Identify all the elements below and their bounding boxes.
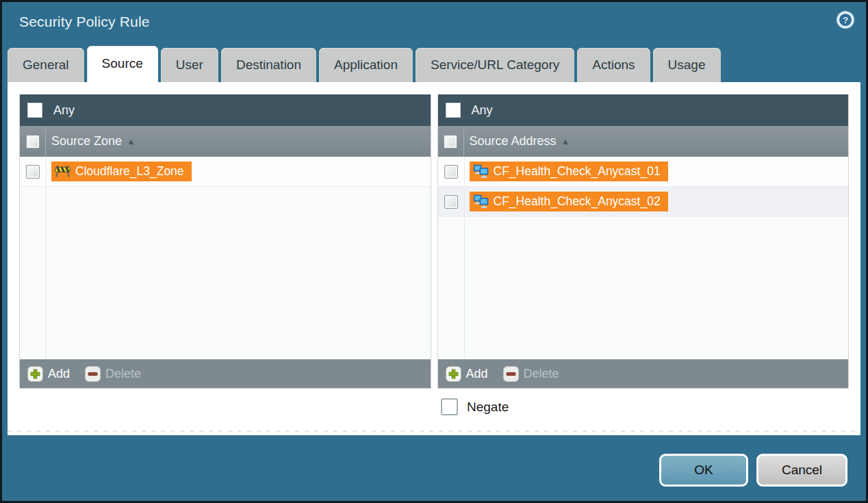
address-icon	[473, 164, 489, 179]
address-item-checkbox[interactable]	[444, 195, 458, 209]
panels-container: Any Source Zone ▲	[19, 94, 849, 389]
svg-text:?: ?	[843, 15, 848, 25]
negate-label: Negate	[467, 400, 509, 415]
address-add-label: Add	[466, 367, 488, 381]
tab-usage[interactable]: Usage	[653, 48, 721, 82]
address-column-header[interactable]: Source Address ▲	[438, 126, 849, 157]
address-item-checkbox-cell	[438, 187, 464, 216]
tab-general[interactable]: General	[8, 48, 84, 82]
zone-column-header[interactable]: Source Zone ▲	[20, 126, 431, 157]
address-select-all-cell	[438, 126, 464, 157]
address-item-checkbox[interactable]	[444, 165, 458, 179]
zone-icon	[55, 165, 71, 178]
zone-item-checkbox[interactable]	[26, 165, 40, 179]
address-list-item[interactable]: CF_Health_Check_Anycast_01	[438, 157, 849, 187]
zone-list-item[interactable]: Cloudflare_L3_Zone	[20, 157, 431, 187]
address-list-item[interactable]: CF_Health_Check_Anycast_02	[438, 187, 849, 217]
address-object-chip[interactable]: CF_Health_Check_Anycast_02	[470, 192, 668, 211]
address-column-title: Source Address	[470, 134, 557, 149]
address-any-label: Any	[472, 103, 493, 118]
zone-panel-footer: Add Delete	[20, 359, 431, 388]
title-bar: Security Policy Rule ?	[2, 2, 866, 46]
zone-object-chip[interactable]: Cloudflare_L3_Zone	[51, 162, 192, 181]
address-item-checkbox-cell	[438, 157, 464, 186]
zone-any-label: Any	[53, 103, 75, 118]
dialog-title: Security Policy Rule	[19, 14, 150, 30]
address-object-label: CF_Health_Check_Anycast_01	[494, 164, 661, 179]
negate-checkbox[interactable]	[441, 398, 458, 415]
cancel-button[interactable]: Cancel	[756, 454, 847, 487]
zone-any-row: Any	[20, 94, 431, 126]
address-delete-button[interactable]: Delete	[503, 366, 559, 382]
security-policy-rule-dialog: Security Policy Rule ? General Source Us…	[0, 0, 868, 503]
zone-add-label: Add	[48, 367, 70, 381]
address-object-label: CF_Health_Check_Anycast_02	[494, 194, 661, 209]
help-icon[interactable]: ?	[836, 10, 855, 29]
source-tab-content: Any Source Zone ▲	[8, 82, 860, 435]
add-icon	[446, 366, 461, 382]
zone-delete-label: Delete	[105, 367, 141, 381]
zone-item-checkbox-cell	[20, 157, 46, 186]
sort-asc-icon[interactable]: ▲	[561, 136, 570, 146]
zone-object-label: Cloudflare_L3_Zone	[75, 164, 184, 179]
tab-destination[interactable]: Destination	[221, 48, 316, 82]
zone-column-title: Source Zone	[51, 134, 122, 149]
ok-button[interactable]: OK	[659, 454, 748, 487]
tab-service-url-category[interactable]: Service/URL Category	[416, 48, 574, 82]
address-delete-label: Delete	[524, 367, 559, 381]
address-add-button[interactable]: Add	[446, 366, 488, 382]
address-select-all-checkbox[interactable]	[444, 135, 457, 149]
address-any-row: Any	[438, 94, 849, 126]
source-address-panel: Any Source Address ▲	[437, 94, 850, 389]
address-list: CF_Health_Check_Anycast_01	[438, 157, 849, 359]
delete-icon	[85, 366, 101, 382]
tab-source[interactable]: Source	[87, 46, 158, 82]
negate-row: Negate	[441, 398, 509, 415]
add-icon	[27, 366, 43, 382]
tab-bar: General Source User Destination Applicat…	[8, 48, 860, 82]
sort-asc-icon[interactable]: ▲	[127, 136, 136, 146]
address-panel-footer: Add Delete	[438, 359, 849, 388]
zone-delete-button[interactable]: Delete	[85, 366, 141, 382]
zone-select-all-checkbox[interactable]	[26, 135, 40, 149]
tab-user[interactable]: User	[161, 48, 218, 82]
address-any-checkbox[interactable]	[446, 103, 461, 118]
address-icon	[473, 194, 489, 209]
zone-list: Cloudflare_L3_Zone	[20, 157, 431, 359]
zone-any-checkbox[interactable]	[27, 103, 42, 118]
source-zone-panel: Any Source Zone ▲	[19, 94, 431, 389]
zone-add-button[interactable]: Add	[27, 366, 70, 382]
zone-select-all-cell	[20, 126, 46, 157]
tab-actions[interactable]: Actions	[577, 48, 650, 82]
delete-icon	[503, 366, 519, 382]
address-object-chip[interactable]: CF_Health_Check_Anycast_01	[470, 162, 668, 181]
tab-application[interactable]: Application	[319, 48, 413, 82]
